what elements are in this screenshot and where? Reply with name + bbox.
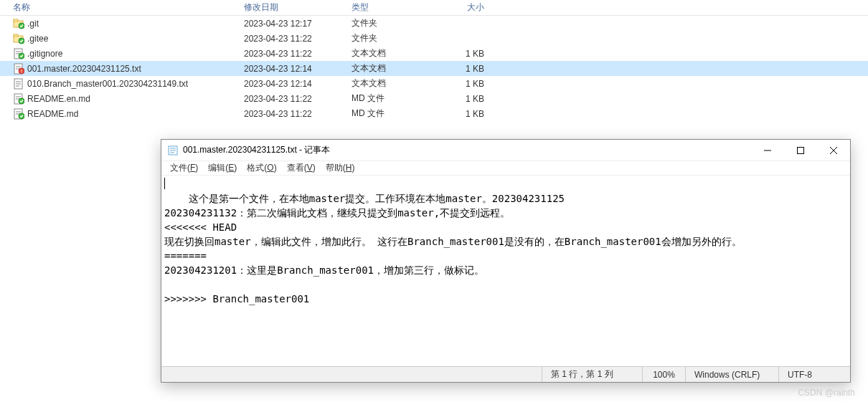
file-name: README.md	[27, 109, 78, 119]
file-date: 2023-04-23 12:17	[244, 19, 352, 29]
notepad-menubar: 文件(F) 编辑(E) 格式(O) 查看(V) 帮助(H)	[161, 161, 850, 176]
svg-text:!: !	[21, 69, 22, 74]
notepad-statusbar: 第 1 行，第 1 列 100% Windows (CRLF) UTF-8	[161, 366, 850, 382]
file-icon	[13, 33, 24, 44]
menu-format[interactable]: 格式(O)	[242, 161, 280, 175]
status-eol: Windows (CRLF)	[685, 367, 778, 382]
file-size: 1 KB	[434, 64, 491, 74]
notepad-icon	[167, 145, 179, 156]
window-controls	[751, 140, 850, 161]
file-type: 文本文档	[352, 77, 434, 90]
notepad-window: 001.master.202304231125.txt - 记事本 文件(F) …	[161, 139, 851, 383]
file-name: .gitee	[27, 34, 48, 44]
close-button[interactable]	[817, 140, 850, 161]
svg-rect-4	[14, 34, 18, 37]
file-type: 文件夹	[352, 32, 434, 44]
file-row[interactable]: .gitignore2023-04-23 11:22文本文档1 KB	[0, 46, 868, 61]
file-date: 2023-04-23 11:22	[244, 94, 352, 104]
svg-rect-32	[798, 147, 804, 153]
file-list-header: 名称 修改日期 类型 大小	[0, 0, 868, 16]
file-type: 文本文档	[352, 47, 434, 59]
menu-file[interactable]: 文件(F)	[166, 161, 202, 175]
file-row[interactable]: .git2023-04-23 12:17文件夹	[0, 16, 868, 31]
header-date[interactable]: 修改日期	[244, 1, 352, 14]
file-name: .gitignore	[27, 49, 62, 59]
file-row[interactable]: !001.master.202304231125.txt2023-04-23 1…	[0, 61, 868, 76]
menu-view[interactable]: 查看(V)	[283, 161, 320, 175]
menu-help[interactable]: 帮助(H)	[321, 161, 359, 175]
file-date: 2023-04-23 11:22	[244, 34, 352, 44]
minimize-button[interactable]	[751, 140, 784, 161]
notepad-text: 这个是第一个文件，在本地master提交。工作环境在本地master。20230…	[164, 193, 742, 305]
header-name[interactable]: 名称	[0, 1, 244, 14]
header-size[interactable]: 大小	[434, 1, 491, 14]
file-date: 2023-04-23 11:22	[244, 49, 352, 59]
status-encoding: UTF-8	[778, 367, 850, 382]
file-size: 1 KB	[434, 94, 491, 104]
file-size: 1 KB	[434, 79, 491, 89]
file-row[interactable]: README.en.md2023-04-23 11:22MD 文件1 KB	[0, 91, 868, 106]
file-row[interactable]: .gitee2023-04-23 11:22文件夹	[0, 31, 868, 46]
file-name: 010.Branch_master001.202304231149.txt	[27, 79, 188, 89]
maximize-button[interactable]	[784, 140, 817, 161]
file-icon: !	[13, 63, 24, 75]
file-icon	[13, 93, 24, 105]
file-date: 2023-04-23 12:14	[244, 79, 352, 89]
text-caret	[164, 178, 165, 189]
file-name: 001.master.202304231125.txt	[27, 64, 141, 74]
watermark: CSDN @rainth	[798, 388, 855, 398]
file-type: 文本文档	[352, 62, 434, 75]
menu-edit[interactable]: 编辑(E)	[204, 161, 241, 175]
file-list[interactable]: .git2023-04-23 12:17文件夹.gitee2023-04-23 …	[0, 16, 868, 121]
header-type[interactable]: 类型	[352, 1, 434, 14]
file-icon	[13, 108, 24, 120]
file-date: 2023-04-23 12:14	[244, 64, 352, 74]
file-size: 1 KB	[434, 109, 491, 119]
file-type: MD 文件	[352, 107, 434, 120]
svg-rect-1	[14, 19, 18, 21]
file-type: MD 文件	[352, 92, 434, 105]
file-size: 1 KB	[434, 49, 491, 59]
notepad-titlebar[interactable]: 001.master.202304231125.txt - 记事本	[161, 140, 850, 161]
file-icon	[13, 18, 24, 29]
file-icon	[13, 48, 24, 59]
file-date: 2023-04-23 11:22	[244, 109, 352, 119]
file-row[interactable]: 010.Branch_master001.202304231149.txt202…	[0, 76, 868, 91]
file-row[interactable]: README.md2023-04-23 11:22MD 文件1 KB	[0, 106, 868, 121]
status-position: 第 1 行，第 1 列	[542, 367, 642, 382]
file-name: .git	[27, 19, 39, 29]
notepad-content[interactable]: 这个是第一个文件，在本地master提交。工作环境在本地master。20230…	[161, 176, 850, 366]
file-type: 文件夹	[352, 17, 434, 29]
status-zoom: 100%	[642, 367, 685, 382]
file-icon	[13, 78, 24, 90]
notepad-title: 001.master.202304231125.txt - 记事本	[183, 144, 751, 156]
file-name: README.en.md	[27, 94, 90, 104]
